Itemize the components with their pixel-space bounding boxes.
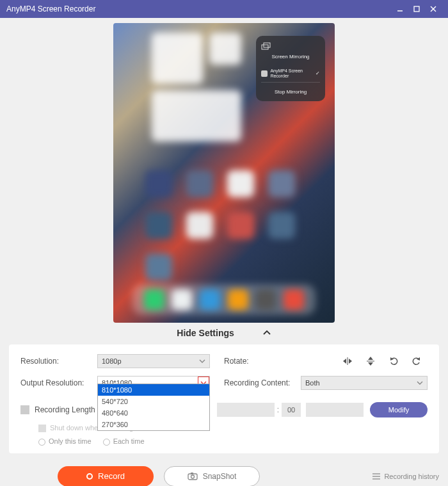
snapshot-button[interactable]: SnapShot [164, 466, 260, 486]
dropdown-option[interactable]: 540*720 [98, 396, 209, 407]
recording-content-label: Recording Content: [224, 378, 301, 387]
mirror-device-item[interactable]: AnyMP4 Screen Recorder ✓ [261, 65, 320, 83]
svg-point-15 [191, 475, 194, 478]
time-seconds-input[interactable]: 00 [282, 403, 301, 417]
svg-marker-11 [368, 362, 373, 366]
dropdown-option[interactable]: 480*640 [98, 407, 209, 419]
output-resolution-dropdown[interactable]: 810*1080 540*720 480*640 270*360 [97, 384, 210, 431]
chevron-up-icon [262, 330, 271, 336]
monitor-icon [261, 70, 268, 77]
hide-settings-toggle[interactable]: Hide Settings [0, 328, 448, 338]
app-title: AnyMP4 Screen Recorder [6, 4, 392, 13]
each-time-label: Each time [113, 437, 145, 445]
chevron-down-icon [417, 380, 423, 385]
flip-vertical-icon[interactable] [365, 355, 376, 367]
only-this-time-radio[interactable] [38, 439, 45, 446]
list-icon [372, 473, 381, 480]
time-hours-input[interactable] [217, 403, 275, 417]
rotate-label: Rotate: [224, 357, 301, 366]
dropdown-option[interactable]: 810*1080 [98, 384, 209, 396]
mirror-panel: Screen Mirroring AnyMP4 Screen Recorder … [256, 36, 325, 101]
flip-horizontal-icon[interactable] [342, 355, 353, 367]
record-label: Record [98, 471, 125, 481]
device-preview: Screen Mirroring AnyMP4 Screen Recorder … [113, 23, 335, 323]
resolution-label: Resolution: [20, 357, 97, 366]
svg-rect-14 [188, 474, 197, 480]
maximize-button[interactable] [408, 0, 425, 18]
hide-settings-label: Hide Settings [177, 328, 234, 338]
settings-panel: Resolution: 1080p Rotate: Output Resolut… [9, 344, 439, 453]
history-label: Recording history [384, 473, 439, 480]
minimize-button[interactable] [392, 0, 408, 18]
modify-button[interactable]: Modify [370, 402, 428, 417]
only-this-label: Only this time [49, 437, 92, 445]
output-resolution-label: Output Resolution: [20, 378, 97, 387]
dropdown-option[interactable]: 270*360 [98, 419, 209, 430]
recording-content-select[interactable]: Both [301, 376, 428, 390]
check-icon: ✓ [316, 70, 320, 76]
camera-icon [188, 472, 198, 480]
rotate-right-icon[interactable] [411, 355, 422, 367]
svg-marker-6 [343, 359, 346, 364]
record-button[interactable]: Record [58, 466, 154, 486]
chevron-down-icon [199, 359, 205, 364]
shutdown-checkbox[interactable] [38, 425, 46, 432]
svg-marker-8 [349, 359, 352, 364]
recording-length-checkbox[interactable] [20, 405, 29, 414]
close-button[interactable] [425, 0, 442, 18]
rotate-left-icon[interactable] [388, 355, 399, 367]
mirror-device-label: AnyMP4 Screen Recorder [270, 69, 316, 78]
mirror-icon [261, 42, 320, 51]
each-time-radio[interactable] [103, 439, 110, 446]
bottom-bar: Record SnapShot Recording history [0, 466, 448, 486]
recording-history-link[interactable]: Recording history [372, 473, 439, 480]
recording-length-label: Recording Length [35, 405, 95, 414]
stop-mirroring-button[interactable]: Stop Mirroring [261, 83, 320, 95]
time-extra-input[interactable] [306, 403, 364, 417]
mirror-title: Screen Mirroring [261, 54, 320, 60]
snapshot-label: SnapShot [203, 472, 237, 481]
svg-rect-16 [191, 473, 193, 474]
svg-marker-9 [368, 357, 373, 360]
resolution-select[interactable]: 1080p [97, 354, 210, 368]
record-icon [86, 473, 93, 480]
svg-rect-1 [414, 6, 419, 12]
resolution-value: 1080p [102, 357, 122, 365]
recording-content-value: Both [305, 379, 320, 387]
titlebar: AnyMP4 Screen Recorder [0, 0, 448, 18]
